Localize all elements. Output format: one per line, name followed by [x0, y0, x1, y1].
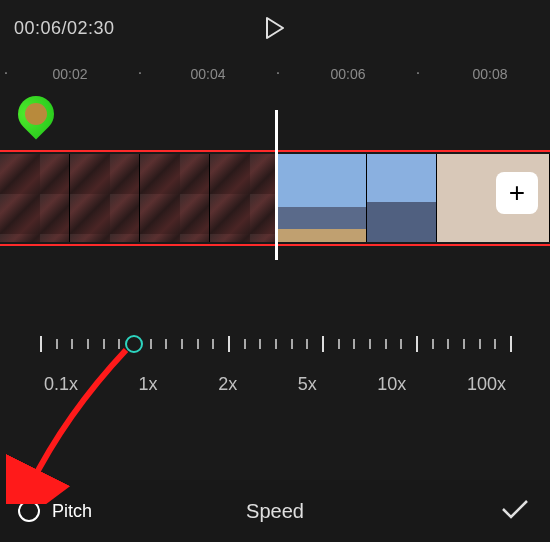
timeline-track[interactable]: + [0, 118, 550, 278]
slider-tick-minor [306, 339, 308, 349]
clip-thumbnail[interactable] [0, 154, 70, 242]
speed-slider-handle[interactable] [125, 335, 143, 353]
marker-pin-icon[interactable] [11, 89, 62, 140]
speed-label: 5x [298, 374, 317, 395]
bottom-bar: Pitch Speed [0, 480, 550, 542]
clip-thumbnail[interactable] [367, 154, 437, 242]
svg-marker-0 [267, 18, 283, 38]
ruler-dot: · [4, 66, 8, 80]
ruler-mark: 00:04 [190, 66, 225, 82]
plus-icon: + [509, 177, 525, 209]
slider-tick-minor [275, 339, 277, 349]
slider-tick-minor [118, 339, 120, 349]
speed-label: 1x [139, 374, 158, 395]
ruler-dot: · [276, 66, 280, 80]
speed-label: 100x [467, 374, 506, 395]
timeline-ruler[interactable]: · 00:02 · 00:04 · 00:06 · 00:08 [0, 60, 550, 92]
slider-tick-minor [150, 339, 152, 349]
slider-tick-major [322, 336, 324, 352]
ruler-dot: · [138, 66, 142, 80]
slider-tick-minor [165, 339, 167, 349]
speed-slider[interactable] [40, 332, 510, 356]
slider-tick-minor [291, 339, 293, 349]
clip-thumbnail[interactable] [277, 154, 367, 242]
slider-tick-minor [385, 339, 387, 349]
slider-tick-minor [432, 339, 434, 349]
ruler-mark: 00:06 [330, 66, 365, 82]
slider-tick-minor [353, 339, 355, 349]
play-button[interactable] [261, 14, 289, 42]
slider-tick-minor [463, 339, 465, 349]
slider-tick-minor [479, 339, 481, 349]
current-time: 00:06 [14, 18, 62, 38]
slider-tick-major [40, 336, 42, 352]
clip-thumbnail[interactable] [70, 154, 140, 242]
slider-tick-minor [494, 339, 496, 349]
slider-tick-minor [56, 339, 58, 349]
confirm-button[interactable] [500, 498, 530, 524]
pitch-toggle[interactable]: Pitch [18, 500, 92, 522]
slider-tick-minor [71, 339, 73, 349]
slider-tick-minor [447, 339, 449, 349]
total-time: 02:30 [67, 18, 115, 38]
clip-thumbnail[interactable] [140, 154, 210, 242]
playback-time: 00:06/02:30 [14, 18, 115, 39]
slider-tick-minor [212, 339, 214, 349]
pitch-label: Pitch [52, 501, 92, 522]
slider-tick-minor [400, 339, 402, 349]
slider-tick-minor [244, 339, 246, 349]
ruler-mark: 00:02 [52, 66, 87, 82]
slider-tick-minor [87, 339, 89, 349]
slider-tick-major [416, 336, 418, 352]
slider-tick-minor [369, 339, 371, 349]
speed-label: 0.1x [44, 374, 78, 395]
panel-title: Speed [246, 500, 304, 523]
ruler-dot: · [416, 66, 420, 80]
slider-tick-major [228, 336, 230, 352]
playhead[interactable] [275, 110, 278, 260]
speed-labels: 0.1x 1x 2x 5x 10x 100x [40, 374, 510, 395]
speed-label: 2x [218, 374, 237, 395]
speed-label: 10x [377, 374, 406, 395]
slider-tick-minor [259, 339, 261, 349]
radio-unchecked-icon [18, 500, 40, 522]
speed-slider-panel: 0.1x 1x 2x 5x 10x 100x [0, 332, 550, 395]
slider-tick-minor [181, 339, 183, 349]
slider-tick-minor [338, 339, 340, 349]
add-clip-button[interactable]: + [496, 172, 538, 214]
top-bar: 00:06/02:30 [0, 0, 550, 56]
checkmark-icon [500, 498, 530, 520]
clip-thumbnail[interactable] [210, 154, 277, 242]
play-icon [265, 17, 285, 39]
slider-tick-minor [103, 339, 105, 349]
ruler-mark: 00:08 [472, 66, 507, 82]
slider-tick-minor [197, 339, 199, 349]
slider-tick-major [510, 336, 512, 352]
